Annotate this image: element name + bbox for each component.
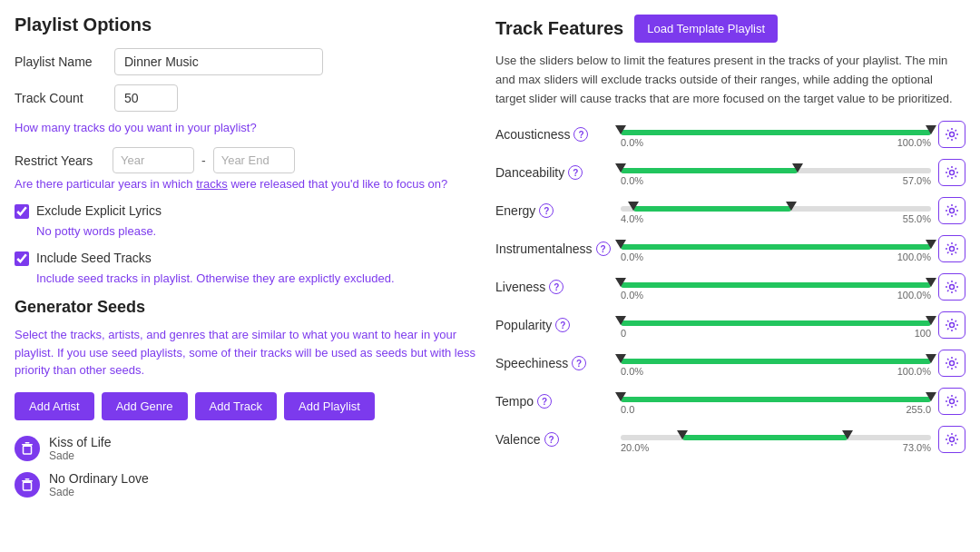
slider-min-label: 0.0%: [621, 290, 643, 301]
features-description: Use the sliders below to limit the featu…: [495, 52, 965, 108]
feature-slider[interactable]: 0.0% 57.0%: [621, 159, 931, 186]
include-seed-checkbox[interactable]: [15, 251, 29, 266]
slider-max-thumb[interactable]: [926, 278, 936, 287]
include-seed-row: Include Seed Tracks: [15, 251, 477, 266]
slider-track: [621, 282, 931, 288]
slider-min-thumb[interactable]: [615, 125, 626, 134]
slider-labels: 0.0% 100.0%: [621, 137, 931, 148]
feature-settings-button[interactable]: [938, 159, 965, 186]
add-playlist-button[interactable]: Add Playlist: [284, 392, 375, 420]
add-track-button[interactable]: Add Track: [195, 392, 278, 420]
slider-min-thumb[interactable]: [615, 392, 626, 401]
slider-min-thumb[interactable]: [615, 316, 626, 325]
slider-max-thumb[interactable]: [926, 240, 936, 249]
slider-max-thumb[interactable]: [926, 392, 936, 401]
add-artist-button[interactable]: Add Artist: [15, 392, 94, 420]
svg-point-14: [950, 361, 955, 366]
slider-min-thumb[interactable]: [615, 163, 626, 172]
feature-row: Energy ? 4.0% 55.0%: [495, 197, 965, 224]
feature-slider[interactable]: 0.0% 100.0%: [621, 273, 931, 301]
feature-settings-button[interactable]: [938, 273, 965, 301]
help-icon[interactable]: ?: [573, 127, 588, 142]
feature-slider[interactable]: 0.0% 100.0%: [621, 121, 931, 148]
feature-slider[interactable]: 0.0 255.0: [621, 388, 931, 415]
feature-slider[interactable]: 20.0% 73.0%: [621, 426, 931, 453]
restrict-years-hint: Are there particular years in which trac…: [15, 177, 477, 191]
svg-point-13: [950, 323, 955, 328]
slider-max-label: 100.0%: [897, 251, 931, 262]
help-icon[interactable]: ?: [549, 280, 564, 294]
slider-track: [621, 359, 931, 364]
load-template-button[interactable]: Load Template Playlist: [634, 15, 778, 43]
slider-track: [621, 130, 931, 135]
slider-min-thumb[interactable]: [628, 202, 639, 211]
feature-row: Speechiness ? 0.0% 100.0%: [495, 350, 965, 377]
feature-slider[interactable]: 4.0% 55.0%: [621, 197, 931, 224]
help-icon[interactable]: ?: [596, 242, 611, 256]
slider-max-thumb[interactable]: [786, 202, 797, 211]
feature-name-label: Energy ?: [495, 203, 613, 218]
remove-seed-icon[interactable]: [15, 472, 40, 498]
help-icon[interactable]: ?: [537, 394, 552, 409]
slider-min-thumb[interactable]: [615, 354, 626, 363]
slider-max-thumb[interactable]: [926, 316, 936, 325]
year-end-input[interactable]: [213, 147, 295, 173]
generator-seeds-title: Generator Seeds: [15, 298, 477, 317]
slider-max-label: 73.0%: [903, 442, 931, 453]
feature-slider[interactable]: 0.0% 100.0%: [621, 235, 931, 262]
slider-track: [621, 435, 931, 440]
help-icon[interactable]: ?: [555, 318, 570, 332]
slider-min-label: 0.0%: [621, 137, 643, 148]
feature-settings-button[interactable]: [938, 197, 965, 224]
slider-max-thumb[interactable]: [926, 354, 936, 363]
exclude-explicit-checkbox[interactable]: [15, 204, 29, 219]
help-icon[interactable]: ?: [544, 432, 559, 447]
feature-settings-button[interactable]: [938, 388, 965, 415]
help-icon[interactable]: ?: [572, 356, 586, 370]
feature-settings-button[interactable]: [938, 121, 965, 148]
feature-settings-button[interactable]: [938, 350, 965, 377]
year-start-input[interactable]: [113, 147, 194, 173]
slider-max-label: 100.0%: [897, 366, 931, 377]
slider-min-label: 20.0%: [621, 442, 649, 453]
slider-labels: 0.0% 57.0%: [621, 175, 931, 186]
feature-settings-button[interactable]: [938, 235, 965, 262]
svg-point-10: [950, 209, 955, 213]
feature-name-label: Popularity ?: [495, 318, 613, 332]
seed-item: Kiss of Life Sade: [15, 435, 477, 462]
seed-item: No Ordinary Love Sade: [15, 471, 477, 498]
feature-name-label: Danceability ?: [495, 165, 613, 180]
feature-slider[interactable]: 0.0% 100.0%: [621, 350, 931, 377]
slider-min-thumb[interactable]: [677, 430, 688, 439]
feature-settings-button[interactable]: [938, 311, 965, 339]
remove-seed-icon[interactable]: [15, 436, 40, 461]
slider-labels: 0.0% 100.0%: [621, 251, 931, 262]
slider-max-label: 57.0%: [903, 175, 931, 186]
include-seed-hint: Include seed tracks in playlist. Otherwi…: [36, 271, 477, 285]
slider-max-label: 100.0%: [897, 290, 931, 301]
track-count-input[interactable]: [114, 84, 178, 112]
slider-max-thumb[interactable]: [792, 163, 803, 172]
slider-min-thumb[interactable]: [615, 278, 626, 287]
add-genre-button[interactable]: Add Genre: [102, 392, 188, 420]
track-count-row: Track Count: [15, 84, 477, 112]
feature-row: Popularity ? 0 100: [495, 311, 965, 339]
exclude-explicit-hint: No potty words please.: [36, 224, 477, 238]
slider-max-thumb[interactable]: [926, 125, 936, 134]
help-icon[interactable]: ?: [568, 165, 583, 180]
slider-max-thumb[interactable]: [842, 430, 853, 439]
feature-row: Valence ? 20.0% 73.0%: [495, 426, 965, 453]
slider-max-label: 55.0%: [903, 213, 931, 224]
playlist-name-input[interactable]: [114, 48, 323, 75]
svg-rect-1: [25, 442, 30, 444]
svg-rect-2: [24, 446, 32, 454]
feature-settings-button[interactable]: [938, 426, 965, 453]
help-icon[interactable]: ?: [539, 203, 554, 218]
slider-labels: 0.0% 100.0%: [621, 366, 931, 377]
track-features-title: Track Features: [495, 18, 623, 39]
slider-labels: 20.0% 73.0%: [621, 442, 931, 453]
slider-min-thumb[interactable]: [615, 240, 626, 249]
slider-fill: [621, 130, 931, 135]
feature-slider[interactable]: 0 100: [621, 311, 931, 339]
slider-max-label: 100: [915, 328, 931, 339]
